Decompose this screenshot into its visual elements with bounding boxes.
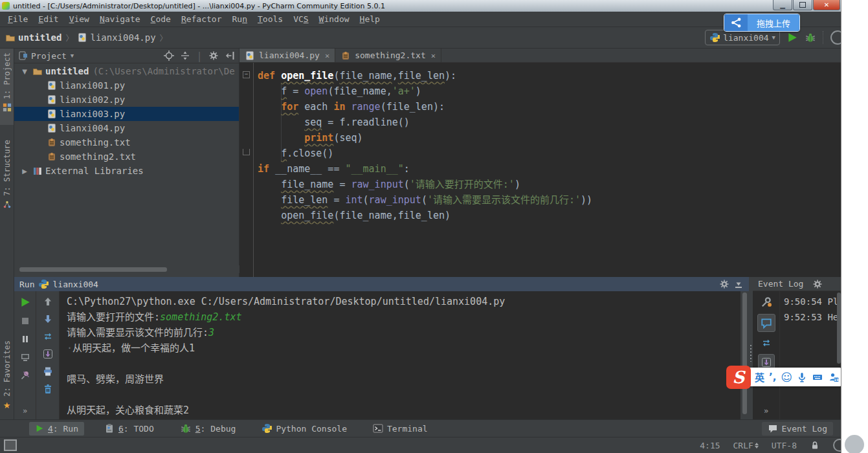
tree-root-row[interactable]: ▼ untitled (C:\Users\Administrator\De bbox=[14, 64, 239, 78]
scroll-to-end-icon[interactable] bbox=[43, 349, 53, 359]
project-horizontal-scrollbar[interactable] bbox=[14, 265, 239, 273]
event-log-scrollbar[interactable] bbox=[837, 293, 841, 364]
more-actions-icon[interactable]: » bbox=[764, 406, 768, 415]
breadcrumb-project[interactable]: untitled bbox=[18, 32, 61, 43]
up-stack-trace-icon[interactable] bbox=[43, 296, 53, 307]
fold-collapse-icon[interactable]: − bbox=[243, 71, 250, 78]
close-icon[interactable]: ✕ bbox=[325, 51, 329, 60]
menu-edit[interactable]: Edit bbox=[33, 14, 63, 24]
encoding-widget[interactable]: UTF-8 bbox=[772, 441, 797, 450]
minimize-button[interactable]: ▁ bbox=[773, 0, 792, 10]
tree-file-lianxi001.py[interactable]: lianxi001.py bbox=[14, 78, 239, 93]
run-toolbar-left: » bbox=[14, 291, 36, 419]
split-view-icon[interactable] bbox=[180, 50, 190, 61]
more-actions-icon[interactable]: » bbox=[23, 406, 27, 415]
breadcrumb-file[interactable]: lianxi004.py bbox=[90, 32, 155, 43]
gear-icon[interactable] bbox=[719, 279, 729, 289]
menu-file[interactable]: File bbox=[3, 14, 33, 24]
tool-window-toggle-icon[interactable] bbox=[4, 439, 17, 451]
menu-navigate[interactable]: Navigate bbox=[95, 14, 146, 24]
maximize-button[interactable] bbox=[793, 0, 812, 10]
drag-upload-overlay[interactable]: 拖拽上传 bbox=[724, 14, 800, 32]
rerun-icon[interactable] bbox=[19, 296, 31, 308]
pause-icon[interactable] bbox=[20, 334, 30, 344]
tool-window-button-5-debug[interactable]: 5: Debug bbox=[174, 422, 242, 436]
fold-end-icon[interactable] bbox=[243, 149, 250, 155]
splitter-grip[interactable] bbox=[750, 345, 751, 362]
run-panel-header[interactable]: Run lianxi004 bbox=[14, 277, 749, 291]
tree-file-lianxi004.py[interactable]: lianxi004.py bbox=[14, 121, 239, 135]
soft-wrap-icon[interactable] bbox=[761, 338, 772, 348]
debug-button[interactable] bbox=[805, 32, 816, 43]
tree-file-something.txt[interactable]: something.txt bbox=[14, 135, 239, 149]
down-stack-trace-icon[interactable] bbox=[43, 314, 53, 324]
tool-button-favorites[interactable]: 2: Favorites ★ bbox=[0, 337, 14, 421]
run-configuration-select[interactable]: lianxi004 ▼ bbox=[705, 30, 780, 45]
tab-lianxi004[interactable]: lianxi004.py ✕ bbox=[239, 49, 335, 62]
emoji-icon[interactable]: ☺ bbox=[781, 371, 792, 384]
tree-external-libraries-row[interactable]: ▶ External Libraries bbox=[14, 164, 239, 178]
menu-window[interactable]: Window bbox=[314, 14, 355, 24]
tool-window-button-4-run[interactable]: 4: Run bbox=[29, 422, 84, 436]
ime-language-mode[interactable]: 英 bbox=[755, 370, 764, 384]
gear-icon[interactable] bbox=[208, 50, 219, 61]
close-button[interactable]: ✕ bbox=[813, 0, 840, 10]
tool-window-button-6-todo[interactable]: 6: TODO bbox=[98, 422, 160, 436]
collapse-panel-icon[interactable] bbox=[225, 50, 235, 61]
tree-collapsed-icon[interactable]: ▶ bbox=[19, 168, 30, 175]
gear-icon[interactable] bbox=[812, 279, 823, 289]
menu-view[interactable]: View bbox=[64, 14, 95, 24]
console-scrollbar[interactable] bbox=[740, 291, 749, 419]
ime-punctuation-toggle[interactable]: ’, bbox=[769, 371, 776, 383]
event-log-button[interactable]: Event Log bbox=[762, 422, 833, 436]
tool-window-button-python-console[interactable]: Python Console bbox=[256, 422, 353, 436]
event-log-entry[interactable]: 9:50:54 Plat bbox=[784, 294, 841, 309]
show-balloons-toggle[interactable] bbox=[757, 314, 775, 332]
user-badge-icon[interactable]: 19 bbox=[828, 372, 840, 382]
close-icon[interactable]: ✕ bbox=[431, 51, 436, 60]
menu-tools[interactable]: Tools bbox=[252, 14, 288, 24]
tree-expanded-icon[interactable]: ▼ bbox=[19, 68, 30, 75]
menu-vcs[interactable]: VCS bbox=[288, 14, 313, 24]
event-log-title: Event Log bbox=[758, 279, 803, 289]
soft-wrap-icon[interactable] bbox=[43, 331, 53, 342]
lock-icon[interactable] bbox=[810, 440, 820, 450]
keyboard-icon[interactable] bbox=[812, 372, 823, 382]
settings-wrench-icon[interactable] bbox=[761, 296, 772, 308]
menu-refactor[interactable]: Refactor bbox=[176, 14, 227, 24]
locate-file-icon[interactable] bbox=[164, 50, 174, 61]
tree-file-something2.txt[interactable]: something2.txt bbox=[14, 149, 239, 164]
run-button[interactable] bbox=[786, 32, 798, 43]
search-everywhere-icon[interactable] bbox=[830, 30, 841, 45]
terminal-icon bbox=[373, 423, 383, 434]
code-line: print(seq) bbox=[258, 130, 592, 146]
tree-file-lianxi002.py[interactable]: lianxi002.py bbox=[14, 93, 239, 107]
menu-help[interactable]: Help bbox=[355, 14, 385, 24]
menu-code[interactable]: Code bbox=[146, 14, 176, 24]
tree-file-lianxi003.py[interactable]: lianxi003.py bbox=[14, 107, 239, 121]
clear-console-icon[interactable] bbox=[43, 384, 53, 394]
event-log-entries[interactable]: 9:50:54 Plat9:52:53 Help bbox=[781, 291, 841, 419]
hide-panel-icon[interactable] bbox=[733, 279, 744, 289]
tool-button-project[interactable]: 1: Project bbox=[0, 49, 14, 125]
code-view[interactable]: def open_file(file_name,file_len): f = o… bbox=[258, 68, 592, 223]
event-log-header[interactable]: Event Log bbox=[753, 277, 841, 291]
console-settings-icon[interactable] bbox=[20, 352, 30, 362]
microphone-icon[interactable] bbox=[797, 372, 807, 382]
print-icon[interactable] bbox=[43, 366, 53, 377]
project-panel-title[interactable]: Project bbox=[31, 51, 67, 61]
console-output[interactable]: C:\Python27\python.exe C:/Users/Administ… bbox=[60, 291, 746, 422]
sogou-logo[interactable]: S bbox=[726, 366, 751, 389]
line-ending-widget[interactable]: CRLF bbox=[733, 441, 759, 450]
tab-something2[interactable]: something2.txt ✕ bbox=[335, 49, 441, 62]
event-log-entry[interactable]: 9:52:53 Help bbox=[784, 309, 841, 325]
caret-position[interactable]: 4:15 bbox=[700, 441, 720, 450]
tool-button-structure[interactable]: 7: Structure bbox=[0, 136, 14, 237]
tool-window-button-terminal[interactable]: Terminal bbox=[367, 422, 434, 436]
menu-run[interactable]: Run bbox=[227, 14, 252, 24]
stop-icon[interactable] bbox=[20, 316, 30, 326]
scrollbar-thumb[interactable] bbox=[742, 293, 747, 414]
scrollbar-thumb[interactable] bbox=[19, 267, 167, 272]
pin-icon[interactable] bbox=[20, 370, 30, 381]
gear-icon[interactable] bbox=[833, 439, 841, 452]
